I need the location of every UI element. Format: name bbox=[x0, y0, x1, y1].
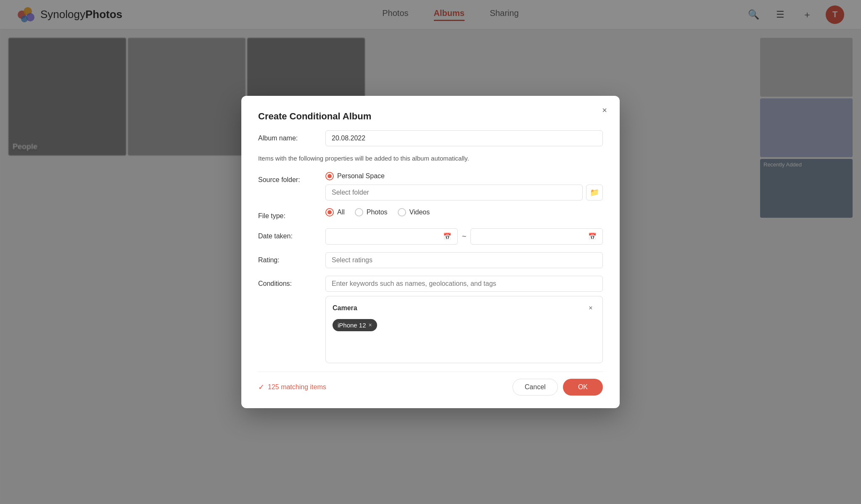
source-folder-control: Personal Space 📁 bbox=[325, 172, 603, 201]
file-type-radio-group: All Photos Videos bbox=[325, 208, 603, 216]
source-folder-radio-group: Personal Space bbox=[325, 172, 603, 180]
radio-photos-label: Photos bbox=[367, 208, 388, 216]
date-taken-row: Date taken: 📅 ~ 📅 bbox=[258, 228, 603, 245]
radio-videos[interactable]: Videos bbox=[398, 208, 430, 216]
calendar-from-icon: 📅 bbox=[443, 232, 452, 240]
radio-personal-space[interactable]: Personal Space bbox=[325, 172, 385, 180]
footer-buttons: Cancel OK bbox=[512, 379, 603, 396]
rating-label: Rating: bbox=[258, 252, 325, 264]
rating-control bbox=[325, 252, 603, 268]
modal-close-button[interactable]: × bbox=[598, 103, 611, 117]
calendar-to-icon: 📅 bbox=[588, 232, 597, 240]
date-from-input[interactable]: 📅 bbox=[325, 228, 458, 245]
radio-photos[interactable]: Photos bbox=[355, 208, 388, 216]
iphone12-tag[interactable]: iPhone 12 × bbox=[333, 319, 377, 331]
radio-photos-circle bbox=[355, 208, 363, 216]
create-conditional-album-modal: Create Conditional Album × Album name: I… bbox=[241, 96, 620, 408]
radio-videos-label: Videos bbox=[409, 208, 430, 216]
album-name-input[interactable] bbox=[325, 130, 603, 146]
matching-items-text: 125 matching items bbox=[268, 383, 326, 391]
date-taken-label: Date taken: bbox=[258, 228, 325, 240]
iphone12-tag-remove[interactable]: × bbox=[369, 322, 372, 328]
rating-input[interactable] bbox=[325, 252, 603, 268]
conditions-label: Conditions: bbox=[258, 276, 325, 288]
camera-title: Camera bbox=[333, 304, 357, 312]
conditions-row: Conditions: Camera × iPhone 12 × bbox=[258, 276, 603, 363]
description-text: Items with the following properties will… bbox=[258, 154, 603, 164]
camera-close-button[interactable]: × bbox=[586, 303, 596, 313]
radio-personal-space-circle bbox=[325, 172, 334, 180]
date-tilde: ~ bbox=[462, 232, 467, 241]
conditions-control: Camera × iPhone 12 × bbox=[325, 276, 603, 363]
folder-row: 📁 bbox=[325, 185, 603, 201]
camera-tags: iPhone 12 × bbox=[333, 319, 596, 331]
radio-all-label: All bbox=[337, 208, 345, 216]
modal-footer: ✓ 125 matching items Cancel OK bbox=[258, 372, 603, 396]
date-taken-control: 📅 ~ 📅 bbox=[325, 228, 603, 245]
ok-button[interactable]: OK bbox=[563, 379, 603, 396]
rating-row: Rating: bbox=[258, 252, 603, 268]
album-name-control bbox=[325, 130, 603, 146]
radio-videos-circle bbox=[398, 208, 406, 216]
radio-all-circle bbox=[325, 208, 334, 216]
source-folder-label: Source folder: bbox=[258, 172, 325, 184]
album-name-label: Album name: bbox=[258, 130, 325, 142]
file-type-row: File type: All Photos Videos bbox=[258, 208, 603, 221]
camera-header: Camera × bbox=[333, 303, 596, 313]
file-type-label: File type: bbox=[258, 208, 325, 220]
date-to-input[interactable]: 📅 bbox=[470, 228, 603, 245]
cancel-button[interactable]: Cancel bbox=[512, 379, 558, 396]
source-folder-row: Source folder: Personal Space 📁 bbox=[258, 172, 603, 201]
matching-items: ✓ 125 matching items bbox=[258, 383, 326, 392]
camera-section: Camera × iPhone 12 × bbox=[325, 296, 603, 363]
conditions-input[interactable] bbox=[325, 276, 603, 292]
modal-overlay: Create Conditional Album × Album name: I… bbox=[0, 0, 861, 504]
date-range-row: 📅 ~ 📅 bbox=[325, 228, 603, 245]
modal-title: Create Conditional Album bbox=[258, 111, 603, 122]
check-icon: ✓ bbox=[258, 383, 264, 392]
folder-browse-button[interactable]: 📁 bbox=[586, 185, 603, 201]
folder-icon: 📁 bbox=[590, 188, 599, 197]
album-name-row: Album name: bbox=[258, 130, 603, 146]
iphone12-tag-label: iPhone 12 bbox=[338, 322, 366, 329]
radio-all[interactable]: All bbox=[325, 208, 345, 216]
select-folder-input[interactable] bbox=[325, 185, 583, 201]
radio-personal-space-label: Personal Space bbox=[337, 172, 385, 180]
file-type-control: All Photos Videos bbox=[325, 208, 603, 221]
